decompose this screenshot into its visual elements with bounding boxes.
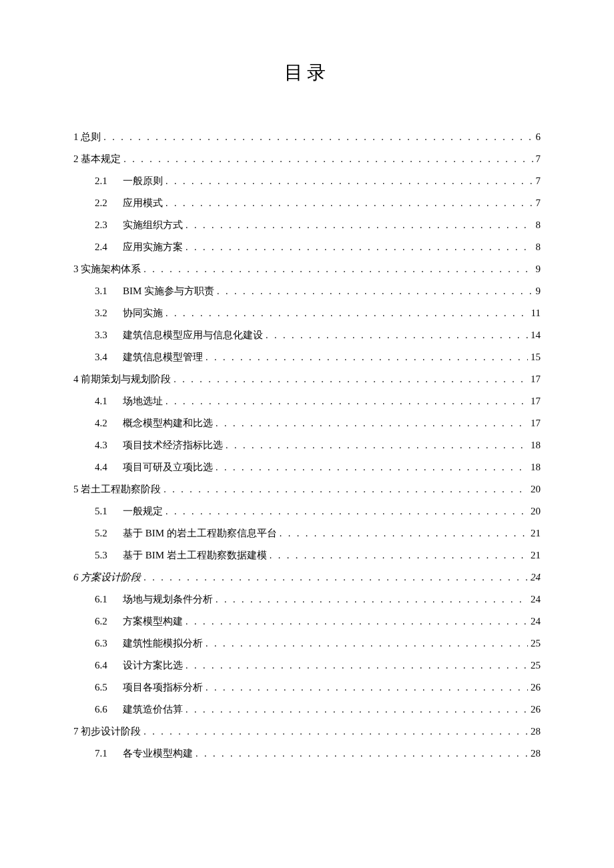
toc-dots-leader [186, 243, 533, 252]
toc-entry-number: 4.1 [95, 396, 123, 406]
toc-entry-page: 26 [528, 683, 541, 693]
toc-entry-label: 应用实施方案 [123, 242, 186, 252]
toc-entry-label: 基于 BIM 岩土工程勘察数据建模 [123, 550, 270, 560]
toc-entry-label: 项目各项指标分析 [123, 683, 206, 693]
toc-dots-leader [206, 353, 528, 362]
toc-entry-page: 18 [528, 462, 541, 472]
toc-entry: 6.5项目各项指标分析26 [73, 683, 541, 693]
toc-dots-leader [266, 331, 528, 340]
toc-entry: 6.3建筑性能模拟分析25 [73, 638, 541, 648]
toc-entry: 3.2协同实施11 [73, 308, 541, 318]
toc-entry-label: 建筑性能模拟分析 [123, 638, 206, 648]
toc-entry-label: 概念模型构建和比选 [123, 418, 216, 428]
toc-entry-number: 6.4 [95, 661, 123, 671]
toc-entry-number: 6.3 [95, 638, 123, 648]
toc-entry-label: 建筑信息模型应用与信息化建设 [123, 330, 266, 340]
toc-entry-label: 应用模式 [123, 198, 166, 208]
toc-entry-page: 11 [529, 308, 541, 318]
toc-dots-leader [206, 683, 528, 693]
toc-dots-leader [166, 199, 533, 208]
toc-entry-number: 5.1 [95, 506, 123, 516]
toc-entry-number: 6.2 [95, 616, 123, 626]
toc-dots-leader [226, 441, 528, 450]
toc-entry: 2.1一般原则7 [73, 176, 541, 186]
toc-entry-heading: 4 前期策划与规划阶段 [73, 374, 174, 384]
toc-entry: 7.1各专业模型构建28 [73, 749, 541, 759]
toc-entry: 2.4应用实施方案8 [73, 242, 541, 252]
toc-entry-number: 4.2 [95, 418, 123, 428]
toc-entry-label: 各专业模型构建 [123, 749, 196, 759]
toc-entry-label: 方案模型构建 [123, 616, 186, 626]
toc-entry: 6.2方案模型构建24 [73, 616, 541, 626]
toc-entry-page: 25 [528, 661, 541, 671]
toc-entry-page: 25 [528, 638, 541, 648]
toc-dots-leader [174, 375, 528, 384]
toc-entry: 2.2应用模式7 [73, 198, 541, 208]
toc-entry-number: 6.1 [95, 594, 123, 604]
toc-entry: 2 基本规定7 [73, 154, 541, 164]
toc-entry-number: 2.1 [95, 176, 123, 186]
toc-dots-leader [164, 485, 528, 494]
toc-entry-page: 17 [528, 374, 541, 384]
toc-entry-page: 8 [533, 242, 541, 252]
toc-entry: 4.2概念模型构建和比选17 [73, 418, 541, 428]
toc-entry-number: 3.1 [95, 286, 123, 296]
toc-entry-label: 建筑造价估算 [123, 705, 186, 715]
page-title: 目录 [73, 60, 541, 85]
toc-entry-label: 协同实施 [123, 308, 166, 318]
toc-entry-page: 14 [528, 330, 541, 340]
toc-dots-leader [143, 727, 528, 737]
toc-dots-leader [166, 507, 528, 516]
toc-entry: 5.3基于 BIM 岩土工程勘察数据建模21 [73, 550, 541, 560]
toc-entry-page: 24 [528, 594, 541, 604]
toc-dots-leader [143, 573, 528, 582]
toc-entry: 4.4项目可研及立项比选18 [73, 462, 541, 472]
toc-entry: 2.3实施组织方式8 [73, 220, 541, 230]
toc-entry-page: 7 [533, 198, 541, 208]
toc-dots-leader [216, 595, 528, 604]
toc-entry-page: 17 [528, 396, 541, 406]
toc-entry: 3.1BIM 实施参与方职责9 [73, 286, 541, 296]
toc-dots-leader [270, 551, 528, 560]
toc-entry-heading: 5 岩土工程勘察阶段 [73, 484, 164, 494]
toc-entry-heading: 7 初步设计阶段 [73, 727, 143, 737]
toc-entry-number: 6.6 [95, 705, 123, 715]
toc-dots-leader [166, 177, 533, 186]
toc-entry: 1 总则6 [73, 132, 541, 142]
toc-entry: 5.1一般规定20 [73, 506, 541, 516]
toc-entry-page: 9 [533, 286, 541, 296]
toc-entry: 6 方案设计阶段24 [73, 572, 541, 582]
toc-entry-page: 15 [528, 352, 541, 362]
table-of-contents: 1 总则62 基本规定72.1一般原则72.2应用模式72.3实施组织方式82.… [73, 132, 541, 759]
toc-entry-page: 21 [528, 550, 541, 560]
toc-dots-leader [280, 529, 528, 538]
toc-entry: 3 实施架构体系9 [73, 264, 541, 274]
toc-entry-label: 项目可研及立项比选 [123, 462, 216, 472]
toc-entry-label: 一般原则 [123, 176, 166, 186]
toc-entry-number: 6.5 [95, 683, 123, 693]
toc-entry: 7 初步设计阶段28 [73, 727, 541, 737]
toc-entry: 3.4建筑信息模型管理15 [73, 352, 541, 362]
toc-entry-label: 项目技术经济指标比选 [123, 440, 226, 450]
toc-dots-leader [196, 749, 528, 759]
document-page: 目录 1 总则62 基本规定72.1一般原则72.2应用模式72.3实施组织方式… [0, 0, 614, 868]
toc-entry-page: 20 [528, 506, 541, 516]
toc-entry-page: 21 [528, 528, 541, 538]
toc-entry: 6.6建筑造价估算26 [73, 705, 541, 715]
toc-dots-leader [123, 155, 533, 164]
toc-entry-label: 基于 BIM 的岩土工程勘察信息平台 [123, 528, 280, 538]
toc-entry: 4.1场地选址17 [73, 396, 541, 406]
toc-dots-leader [166, 397, 528, 406]
toc-entry-page: 8 [533, 220, 541, 230]
toc-dots-leader [186, 617, 528, 626]
toc-entry: 4 前期策划与规划阶段17 [73, 374, 541, 384]
toc-entry-number: 2.3 [95, 220, 123, 230]
toc-entry: 6.4设计方案比选25 [73, 661, 541, 671]
toc-entry: 3.3建筑信息模型应用与信息化建设14 [73, 330, 541, 340]
toc-entry-page: 18 [528, 440, 541, 450]
toc-entry-page: 7 [533, 176, 541, 186]
toc-entry-number: 3.3 [95, 330, 123, 340]
toc-entry-number: 4.3 [95, 440, 123, 450]
toc-dots-leader [186, 661, 528, 671]
toc-entry-label: 设计方案比选 [123, 661, 186, 671]
